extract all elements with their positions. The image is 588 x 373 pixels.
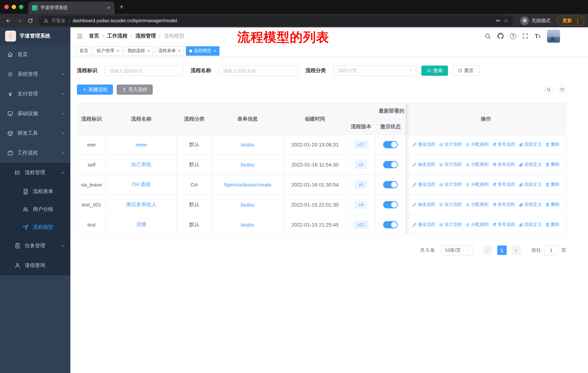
next-page-button[interactable]: › (511, 245, 521, 255)
row-action-edit[interactable]: 修改流程 (412, 161, 435, 168)
tag-tenant[interactable]: 租户管理 × (93, 46, 122, 56)
tag-process-form[interactable]: 流程表单 × (155, 46, 184, 56)
github-icon[interactable] (497, 33, 504, 40)
process-name-link[interactable]: eeee (136, 142, 147, 148)
breadcrumb-item[interactable]: 工作流程 (107, 33, 128, 39)
active-toggle[interactable] (383, 221, 398, 228)
row-action-delete[interactable]: 删除 (545, 222, 560, 228)
update-button[interactable]: 更新 ⋮ (557, 16, 584, 26)
row-action-publish[interactable]: 发布流程 (492, 161, 515, 168)
row-action-definition[interactable]: 流程定义 (519, 161, 542, 168)
breadcrumb-item[interactable]: 首页 (89, 33, 99, 39)
back-button[interactable] (4, 16, 13, 25)
sidebar-item-infrastructure[interactable]: 基础设施 (0, 104, 70, 123)
import-process-button[interactable]: 导入流程 (117, 84, 153, 95)
reset-button[interactable]: 重置 (452, 66, 479, 76)
refresh-button[interactable] (558, 85, 566, 94)
tag-close-icon[interactable]: × (116, 49, 119, 53)
row-action-delete[interactable]: 删除 (545, 181, 560, 188)
toggle-search-button[interactable] (544, 85, 553, 94)
row-action-definition[interactable]: 流程定义 (519, 202, 542, 208)
window-close-button[interactable] (4, 5, 9, 9)
tag-close-icon[interactable]: × (178, 49, 181, 53)
row-action-definition[interactable]: 流程定义 (519, 181, 542, 188)
row-action-definition[interactable]: 流程定义 (519, 222, 542, 228)
process-name-link[interactable]: 测试多审批人 (126, 202, 157, 207)
browser-tab[interactable]: 芋道管理系统 × (28, 1, 115, 14)
row-action-assign[interactable]: 分配规则 (465, 161, 488, 168)
process-name-link[interactable]: 滔博 (136, 222, 146, 227)
active-toggle[interactable] (383, 181, 398, 188)
row-action-delete[interactable]: 删除 (545, 202, 560, 208)
row-action-publish[interactable]: 发布流程 (492, 222, 515, 228)
tag-close-icon[interactable]: × (147, 49, 150, 53)
security-warning-icon[interactable] (44, 18, 49, 23)
sidebar-item-process-model[interactable]: 流程模型 (0, 218, 70, 236)
row-action-edit[interactable]: 修改流程 (412, 141, 435, 148)
sidebar-item-process-management[interactable]: 流程管理 (0, 163, 70, 182)
forward-button[interactable] (15, 16, 24, 25)
form-link[interactable]: biubiu (241, 202, 254, 208)
sidebar-item-leave-query[interactable]: 请假查询 (0, 256, 70, 275)
tag-process-model[interactable]: 流程模型 × (186, 46, 220, 56)
tag-close-icon[interactable]: × (213, 49, 216, 53)
sidebar-item-dev-tools[interactable]: 研发工具 (0, 123, 70, 143)
row-action-edit[interactable]: 修改流程 (412, 222, 435, 228)
version-badge[interactable]: v5 (355, 181, 367, 189)
current-page-button[interactable]: 1 (497, 245, 507, 255)
page-size-select[interactable]: 10条/页 (441, 245, 474, 255)
version-badge[interactable]: v4 (355, 201, 367, 209)
row-action-design[interactable]: 设计流程 (439, 202, 462, 208)
app-logo[interactable]: 芋道管理系统 (0, 27, 70, 45)
row-action-design[interactable]: 设计流程 (439, 181, 462, 188)
version-badge[interactable]: v21 (354, 221, 368, 229)
row-action-delete[interactable]: 删除 (545, 161, 560, 168)
tag-home[interactable]: 首页 (76, 46, 92, 56)
row-action-edit[interactable]: 修改流程 (412, 202, 435, 208)
version-badge[interactable]: v17 (354, 141, 368, 149)
row-action-publish[interactable]: 发布流程 (492, 202, 515, 208)
hamburger-icon[interactable] (76, 33, 83, 39)
search-icon[interactable] (484, 33, 491, 40)
tab-close-icon[interactable]: × (106, 5, 111, 10)
browser-menu-icon[interactable]: ⋮ (575, 17, 580, 24)
sidebar-item-workflow[interactable]: 工作流程 (0, 143, 70, 163)
form-link[interactable]: /bpm/oa/leave/create (224, 182, 271, 188)
bookmark-star-icon[interactable]: ☆ (504, 17, 509, 24)
password-key-icon[interactable] (495, 18, 501, 23)
sidebar-item-system[interactable]: 系统管理 (0, 64, 70, 84)
search-button[interactable]: 搜索 (421, 66, 448, 76)
sidebar-item-process-form[interactable]: 流程表单 (0, 182, 70, 200)
avatar[interactable] (547, 29, 560, 43)
window-minimize-button[interactable] (12, 5, 16, 9)
row-action-publish[interactable]: 发布流程 (492, 181, 515, 188)
category-select[interactable]: 流程分类 (333, 66, 416, 76)
new-tab-button[interactable]: + (115, 3, 129, 11)
sidebar-item-home[interactable]: 首页 (0, 45, 70, 64)
active-toggle[interactable] (383, 201, 398, 208)
version-badge[interactable]: v2 (355, 161, 367, 169)
sidebar-item-payment[interactable]: ¥ 支付管理 (0, 84, 70, 104)
row-action-publish[interactable]: 发布流程 (492, 141, 515, 148)
process-name-input[interactable] (218, 66, 298, 76)
row-action-assign[interactable]: 分配规则 (465, 202, 488, 208)
process-name-link[interactable]: 自己审批 (131, 161, 151, 167)
create-process-button[interactable]: 新建流程 (77, 84, 113, 95)
row-action-assign[interactable]: 分配规则 (465, 141, 488, 148)
help-icon[interactable]: ? (510, 33, 516, 39)
form-link[interactable]: biubiu (241, 162, 254, 168)
sidebar-item-task-management[interactable]: 任务管理 (0, 236, 70, 256)
sidebar-item-user-group[interactable]: 用户分组 (0, 200, 70, 218)
fullscreen-icon[interactable] (522, 33, 529, 40)
process-key-input[interactable] (105, 66, 183, 76)
goto-page-input[interactable] (544, 245, 558, 255)
row-action-design[interactable]: 设计流程 (439, 141, 462, 148)
form-link[interactable]: biubiu (241, 222, 254, 228)
row-action-definition[interactable]: 流程定义 (519, 141, 542, 148)
tag-my-process[interactable]: 我的流程 × (124, 46, 153, 56)
active-toggle[interactable] (383, 161, 398, 168)
active-toggle[interactable] (383, 141, 398, 148)
row-action-assign[interactable]: 分配规则 (465, 181, 488, 188)
prev-page-button[interactable]: ‹ (483, 245, 493, 255)
reload-button[interactable] (26, 16, 35, 25)
